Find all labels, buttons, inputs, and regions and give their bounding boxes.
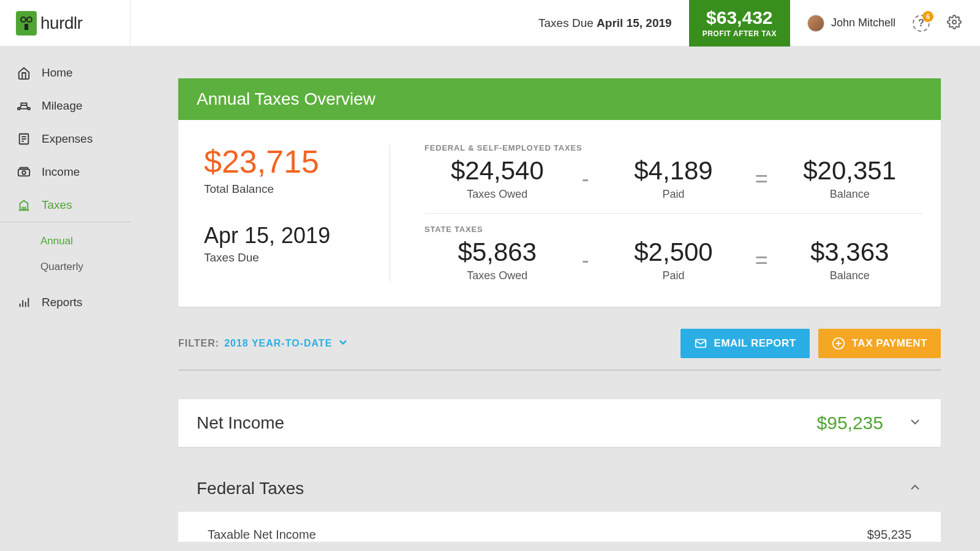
svg-rect-9 [18, 169, 29, 176]
state-balance-label: Balance [777, 269, 922, 282]
car-icon [17, 99, 31, 113]
accordion-federal-taxes[interactable]: Federal Taxes [178, 465, 941, 512]
tax-payment-button[interactable]: TAX PAYMENT [818, 329, 941, 358]
state-row: $5,863 Taxes Owed - $2,500 Paid = $3,363… [424, 238, 922, 282]
logo-area: hurdlr [0, 0, 130, 47]
main-content: Annual Taxes Overview $23,715 Total Bala… [130, 47, 980, 551]
taxes-due-label: Taxes Due [204, 251, 390, 264]
svg-point-10 [22, 171, 26, 174]
sidebar-item-expenses[interactable]: Expenses [0, 122, 130, 156]
state-owed-amount: $5,863 [424, 238, 570, 267]
equals-icon: = [752, 247, 771, 273]
sidebar-subitems: Annual Quarterly [0, 222, 130, 286]
state-balance: $3,363 Balance [777, 238, 922, 282]
svg-point-4 [952, 20, 956, 24]
state-section-label: STATE TAXES [424, 225, 922, 234]
header-taxes-due: Taxes Due April 15, 2019 [538, 17, 672, 30]
divider [424, 213, 922, 214]
sidebar-subitem-quarterly[interactable]: Quarterly [40, 254, 130, 280]
state-paid: $2,500 Paid [601, 238, 747, 282]
overview-card: Annual Taxes Overview $23,715 Total Bala… [178, 78, 941, 307]
filter-dropdown[interactable]: FILTER: 2018 YEAR-TO-DATE [178, 336, 349, 351]
minus-icon: - [576, 166, 595, 192]
overview-body: $23,715 Total Balance Apr 15, 2019 Taxes… [178, 120, 941, 307]
sidebar-subitem-annual[interactable]: Annual [40, 228, 130, 254]
filter-value: 2018 YEAR-TO-DATE [224, 338, 332, 349]
filter-label: FILTER: [178, 338, 219, 349]
svg-point-1 [27, 17, 32, 22]
receipt-icon [17, 132, 31, 146]
email-report-label: EMAIL REPORT [714, 337, 796, 350]
sidebar: Home Mileage Expenses Income Taxes Annua… [0, 47, 130, 551]
federal-paid-label: Paid [601, 188, 747, 201]
sidebar-item-label: Mileage [42, 99, 83, 113]
total-balance-block: $23,715 Total Balance [204, 143, 390, 196]
home-icon [17, 66, 31, 80]
logo-icon [16, 11, 37, 36]
sidebar-item-home[interactable]: Home [0, 56, 130, 89]
filter-actions: EMAIL REPORT TAX PAYMENT [680, 329, 941, 358]
sidebar-item-label: Home [42, 66, 73, 80]
chevron-down-icon [908, 414, 922, 432]
federal-paid-amount: $4,189 [601, 156, 747, 186]
profit-after-tax-box[interactable]: $63,432 PROFIT AFTER TAX [689, 0, 790, 47]
header: hurdlr Taxes Due April 15, 2019 $63,432 … [0, 0, 980, 47]
sidebar-item-taxes[interactable]: Taxes [0, 189, 130, 222]
federal-owed-amount: $24,540 [424, 156, 570, 186]
profit-amount: $63,432 [703, 9, 777, 27]
accordion-right: $95,235 [817, 413, 922, 433]
gear-icon [947, 15, 962, 29]
total-balance-amount: $23,715 [204, 143, 390, 180]
federal-balance: $20,351 Balance [777, 156, 922, 201]
state-owed-label: Taxes Owed [424, 269, 570, 282]
plus-circle-icon [832, 337, 845, 350]
sidebar-item-reports[interactable]: Reports [0, 286, 130, 319]
svg-point-0 [21, 17, 26, 22]
state-paid-amount: $2,500 [601, 238, 747, 267]
state-balance-amount: $3,363 [777, 238, 922, 267]
state-owed: $5,863 Taxes Owed [424, 238, 570, 282]
sidebar-item-label: Reports [42, 296, 83, 309]
header-right: Taxes Due April 15, 2019 $63,432 PROFIT … [130, 0, 980, 47]
money-icon [17, 165, 31, 179]
logo-text: hurdlr [40, 13, 83, 33]
accordion-value: $95,235 [817, 413, 883, 433]
chevron-down-icon [337, 336, 349, 351]
mail-icon [694, 337, 707, 350]
federal-section-label: FEDERAL & SELF-EMPLOYED TAXES [424, 143, 922, 152]
sidebar-item-label: Income [42, 165, 80, 179]
logo[interactable]: hurdlr [16, 11, 83, 36]
federal-row: $24,540 Taxes Owed - $4,189 Paid = $20,3… [424, 156, 922, 201]
accordion-federal-body: Taxable Net Income $95,235 [178, 512, 941, 542]
svg-rect-11 [20, 168, 28, 170]
line-item: Taxable Net Income $95,235 [208, 528, 911, 542]
federal-owed-label: Taxes Owed [424, 188, 570, 201]
email-report-button[interactable]: EMAIL REPORT [680, 329, 810, 358]
sidebar-item-mileage[interactable]: Mileage [0, 89, 130, 122]
sidebar-item-income[interactable]: Income [0, 156, 130, 189]
profit-label: PROFIT AFTER TAX [703, 29, 777, 38]
overview-left: $23,715 Total Balance Apr 15, 2019 Taxes… [204, 143, 390, 282]
settings-button[interactable] [947, 15, 962, 32]
avatar [807, 15, 824, 32]
federal-balance-label: Balance [777, 188, 922, 201]
building-icon [17, 198, 31, 212]
accordion-net-income[interactable]: Net Income $95,235 [178, 399, 941, 447]
header-taxes-due-prefix: Taxes Due [538, 17, 597, 29]
notification-badge: 6 [922, 11, 933, 22]
state-paid-label: Paid [601, 269, 747, 282]
help-button[interactable]: ? 6 [913, 15, 930, 32]
line-item-value: $95,235 [867, 528, 911, 542]
user-name: John Mitchell [831, 17, 895, 29]
federal-owed: $24,540 Taxes Owed [424, 156, 570, 201]
taxes-due-date: Apr 15, 2019 [204, 223, 390, 249]
user-menu[interactable]: John Mitchell [807, 15, 895, 32]
line-item-label: Taxable Net Income [208, 528, 316, 542]
tax-payment-label: TAX PAYMENT [852, 337, 927, 350]
overview-right: FEDERAL & SELF-EMPLOYED TAXES $24,540 Ta… [390, 143, 922, 282]
sidebar-item-label: Expenses [42, 132, 92, 146]
card-title: Annual Taxes Overview [178, 78, 941, 120]
federal-balance-amount: $20,351 [777, 156, 922, 186]
total-balance-label: Total Balance [204, 182, 390, 196]
taxes-due-block: Apr 15, 2019 Taxes Due [204, 223, 390, 264]
